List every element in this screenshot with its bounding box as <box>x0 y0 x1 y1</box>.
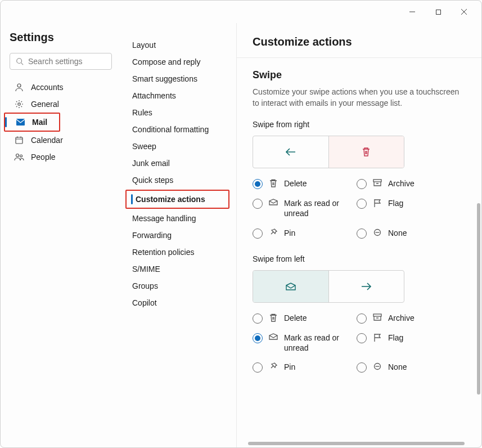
search-icon <box>16 57 24 65</box>
envelope-preview-icon <box>253 271 328 302</box>
svg-point-14 <box>20 155 22 157</box>
swipe-right-pin[interactable]: Pin <box>253 228 351 239</box>
option-label: Flag <box>388 333 403 343</box>
subnav-layout[interactable]: Layout <box>123 37 232 53</box>
svg-rect-20 <box>373 314 381 316</box>
swipe-left-archive[interactable]: Archive <box>357 313 455 324</box>
calendar-icon <box>14 136 24 145</box>
search-field[interactable] <box>28 57 127 66</box>
radio-icon <box>357 199 367 209</box>
window-close-button[interactable] <box>451 3 477 21</box>
arrow-left-icon <box>253 136 328 168</box>
envelope-icon <box>268 199 278 205</box>
gear-icon <box>14 100 24 109</box>
swipe-right-archive[interactable]: Archive <box>357 178 455 189</box>
radio-icon <box>253 199 263 209</box>
none-icon <box>372 362 382 370</box>
radio-icon <box>253 229 263 239</box>
radio-icon <box>357 362 367 373</box>
swipe-left-delete[interactable]: Delete <box>253 313 351 324</box>
option-label: Delete <box>284 178 307 189</box>
svg-point-7 <box>18 103 20 105</box>
subnav-compose-reply[interactable]: Compose and reply <box>123 53 232 70</box>
subnav-retention-policies[interactable]: Retention policies <box>123 244 232 261</box>
option-label: Archive <box>388 313 415 323</box>
mail-icon <box>15 118 25 126</box>
sidebar-item-label: People <box>31 153 56 162</box>
pin-icon <box>268 229 278 236</box>
swipe-left-preview <box>253 270 404 303</box>
subnav-customize-actions[interactable]: Customize actions <box>127 191 214 208</box>
subnav-attachments[interactable]: Attachments <box>123 87 232 104</box>
radio-icon <box>253 362 263 373</box>
settings-sidebar: Settings Accounts General Mail <box>1 23 119 447</box>
radio-icon <box>357 313 367 324</box>
archive-icon <box>372 179 382 187</box>
radio-icon <box>357 333 367 343</box>
swipe-right-options: Delete Archive Mark as read or unread Fl… <box>253 178 455 238</box>
page-title: Customize actions <box>237 23 481 58</box>
svg-point-6 <box>17 84 21 87</box>
swipe-left-flag[interactable]: Flag <box>357 333 455 353</box>
swipe-left-none[interactable]: None <box>357 362 455 373</box>
svg-rect-16 <box>373 180 381 182</box>
delete-preview-icon <box>328 136 404 168</box>
envelope-icon <box>268 333 278 340</box>
trash-icon <box>268 313 278 322</box>
sidebar-item-accounts[interactable]: Accounts <box>10 79 112 96</box>
search-settings-input[interactable] <box>10 53 112 70</box>
sidebar-item-label: Calendar <box>31 136 63 145</box>
subnav-conditional-formatting[interactable]: Conditional formatting <box>123 121 232 138</box>
svg-point-13 <box>16 154 19 157</box>
subnav-copilot[interactable]: Copilot <box>123 294 232 311</box>
sidebar-item-people[interactable]: People <box>10 149 112 165</box>
vertical-scrollbar[interactable] <box>477 203 480 395</box>
swipe-left-pin[interactable]: Pin <box>253 362 351 373</box>
window-minimize-button[interactable] <box>399 3 425 21</box>
swipe-right-mark[interactable]: Mark as read or unread <box>253 198 351 218</box>
swipe-description: Customize your swipe actions when you us… <box>253 87 466 109</box>
subnav-sweep[interactable]: Sweep <box>123 138 232 155</box>
horizontal-scrollbar[interactable] <box>248 442 465 445</box>
swipe-right-label: Swipe from right <box>253 120 466 129</box>
mail-settings-subnav: Layout Compose and reply Smart suggestio… <box>119 23 237 447</box>
flag-icon <box>372 199 382 208</box>
archive-icon <box>372 313 382 321</box>
option-label: Pin <box>284 362 295 372</box>
radio-icon <box>253 179 263 189</box>
subnav-rules[interactable]: Rules <box>123 104 232 121</box>
flag-icon <box>372 333 382 342</box>
arrow-right-icon <box>328 271 404 302</box>
none-icon <box>372 229 382 236</box>
svg-line-5 <box>21 63 24 65</box>
subnav-smart-suggestions[interactable]: Smart suggestions <box>123 70 232 87</box>
sidebar-item-calendar[interactable]: Calendar <box>10 132 112 149</box>
option-label: Pin <box>284 228 295 238</box>
sidebar-item-general[interactable]: General <box>10 96 112 113</box>
option-label: None <box>388 228 407 238</box>
option-label: None <box>388 362 407 372</box>
swipe-right-delete[interactable]: Delete <box>253 178 351 189</box>
sidebar-item-mail[interactable]: Mail <box>4 113 60 132</box>
swipe-right-preview <box>253 136 404 168</box>
subnav-quick-steps[interactable]: Quick steps <box>123 172 232 189</box>
window-maximize-button[interactable] <box>425 3 451 21</box>
svg-rect-8 <box>16 119 25 126</box>
subnav-smime[interactable]: S/MIME <box>123 261 232 277</box>
swipe-left-options: Delete Archive Mark as read or unread Fl… <box>253 313 455 373</box>
subnav-message-handling[interactable]: Message handling <box>123 210 232 227</box>
person-icon <box>14 83 24 92</box>
pin-icon <box>268 362 278 370</box>
svg-rect-1 <box>436 10 440 14</box>
subnav-groups[interactable]: Groups <box>123 277 232 294</box>
option-label: Mark as read or unread <box>284 333 351 353</box>
radio-icon <box>357 229 367 239</box>
radio-icon <box>253 313 263 324</box>
swipe-left-mark[interactable]: Mark as read or unread <box>253 333 351 353</box>
swipe-right-none[interactable]: None <box>357 228 455 239</box>
swipe-heading: Swipe <box>253 69 466 81</box>
option-label: Archive <box>388 178 415 189</box>
swipe-right-flag[interactable]: Flag <box>357 198 455 218</box>
subnav-forwarding[interactable]: Forwarding <box>123 227 232 244</box>
subnav-junk-email[interactable]: Junk email <box>123 155 232 172</box>
